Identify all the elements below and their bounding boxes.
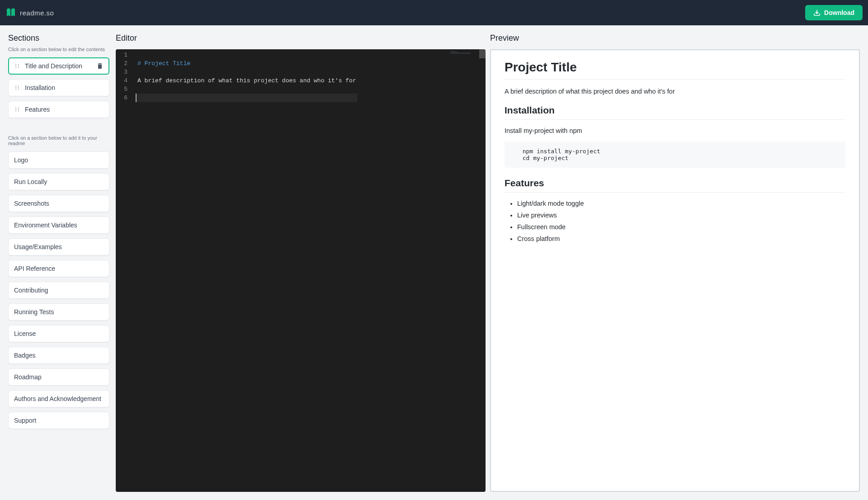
svg-point-7 xyxy=(15,85,16,86)
download-icon xyxy=(813,9,821,16)
preview-title: Preview xyxy=(490,33,860,43)
available-section-item[interactable]: Run Locally xyxy=(8,173,109,190)
section-item-label: Title and Description xyxy=(25,62,92,70)
available-section-item[interactable]: Badges xyxy=(8,347,109,364)
svg-point-2 xyxy=(18,64,19,65)
section-item[interactable]: Installation xyxy=(8,79,109,96)
available-section-item[interactable]: Environment Variables xyxy=(8,217,109,234)
available-section-item[interactable]: Running Tests xyxy=(8,303,109,321)
available-section-item[interactable]: Contributing xyxy=(8,282,109,299)
preview-features-list: Light/dark mode toggleLive previewsFulls… xyxy=(505,200,845,242)
preview-h2-installation: Installation xyxy=(505,105,845,120)
code-editor[interactable]: 123456 # Project Title A brief descripti… xyxy=(116,49,486,492)
drag-handle-icon[interactable] xyxy=(14,85,20,91)
download-label: Download xyxy=(824,9,854,16)
svg-point-4 xyxy=(18,66,19,66)
svg-point-18 xyxy=(18,110,19,111)
preview-h2-features: Features xyxy=(505,178,845,193)
list-item: Fullscreen mode xyxy=(517,223,845,231)
minimap[interactable] xyxy=(450,52,473,53)
preview-pane: Project Title A brief description of wha… xyxy=(490,49,860,492)
section-item[interactable]: Features xyxy=(8,101,109,118)
list-item: Light/dark mode toggle xyxy=(517,200,845,207)
svg-point-5 xyxy=(15,67,16,68)
editor-scrollbar[interactable] xyxy=(479,49,486,58)
svg-point-16 xyxy=(18,109,19,110)
available-section-item[interactable]: Screenshots xyxy=(8,195,109,212)
available-section-item[interactable]: Roadmap xyxy=(8,368,109,386)
section-item-label: Features xyxy=(25,106,104,113)
svg-point-15 xyxy=(15,109,16,110)
preview-code-block: npm install my-project cd my-project xyxy=(505,142,845,168)
book-icon xyxy=(5,7,16,18)
available-section-item[interactable]: API Reference xyxy=(8,260,109,277)
svg-point-10 xyxy=(18,87,19,88)
sections-title: Sections xyxy=(8,33,109,43)
edit-hint: Click on a section below to edit the con… xyxy=(8,47,109,52)
main-content: Sections Click on a section below to edi… xyxy=(0,25,868,500)
svg-point-6 xyxy=(18,67,19,68)
trash-icon[interactable] xyxy=(96,62,104,70)
list-item: Live previews xyxy=(517,212,845,219)
list-item: Cross platform xyxy=(517,235,845,242)
editor-title: Editor xyxy=(116,33,486,43)
download-button[interactable]: Download xyxy=(805,5,863,20)
drag-handle-icon[interactable] xyxy=(14,106,20,113)
preview-column: Preview Project Title A brief descriptio… xyxy=(490,33,860,492)
line-numbers: 123456 xyxy=(116,51,134,102)
available-section-item[interactable]: License xyxy=(8,325,109,342)
preview-description: A brief description of what this project… xyxy=(505,88,845,95)
app-header: readme.so Download xyxy=(0,0,868,25)
section-item-label: Installation xyxy=(25,84,104,91)
logo[interactable]: readme.so xyxy=(5,7,54,18)
svg-point-12 xyxy=(18,89,19,90)
svg-point-14 xyxy=(18,107,19,108)
available-section-item[interactable]: Authors and Acknowledgement xyxy=(8,390,109,407)
available-section-item[interactable]: Logo xyxy=(8,151,109,169)
preview-install-text: Install my-project with npm xyxy=(505,127,845,134)
sections-sidebar: Sections Click on a section below to edi… xyxy=(8,33,111,492)
svg-point-3 xyxy=(15,66,16,66)
preview-h1: Project Title xyxy=(505,60,845,80)
editor-column: Editor 123456 # Project Title A brief de… xyxy=(116,33,486,492)
svg-point-17 xyxy=(15,110,16,111)
drag-handle-icon[interactable] xyxy=(14,63,20,69)
svg-point-1 xyxy=(15,64,16,65)
logo-text: readme.so xyxy=(20,9,54,17)
section-item[interactable]: Title and Description xyxy=(8,57,109,75)
svg-point-9 xyxy=(15,87,16,88)
svg-point-8 xyxy=(18,85,19,86)
svg-point-11 xyxy=(15,89,16,90)
code-area[interactable]: # Project Title A brief description of w… xyxy=(134,51,486,102)
svg-point-13 xyxy=(15,107,16,108)
available-section-item[interactable]: Usage/Examples xyxy=(8,238,109,255)
add-hint: Click on a section below to add it to yo… xyxy=(8,135,109,146)
available-section-item[interactable]: Support xyxy=(8,412,109,429)
